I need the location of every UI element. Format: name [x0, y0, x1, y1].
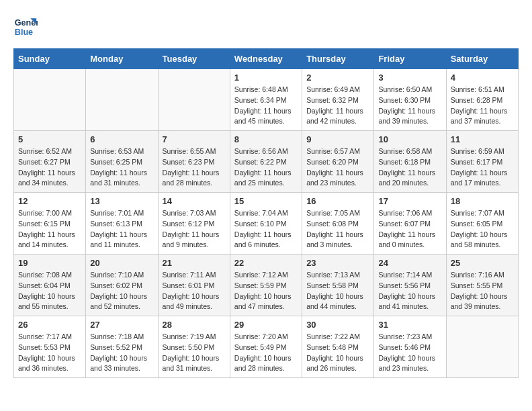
day-number: 10: [378, 134, 441, 144]
calendar-cell: 17Sunrise: 7:06 AMSunset: 6:07 PMDayligh…: [374, 193, 446, 255]
weekday-header-monday: Monday: [86, 49, 158, 69]
weekday-header-wednesday: Wednesday: [230, 49, 302, 69]
calendar-cell: 29Sunrise: 7:20 AMSunset: 5:49 PMDayligh…: [230, 316, 302, 378]
day-info-line: Daylight: 10 hours and 44 minutes.: [306, 291, 369, 313]
day-info-line: Daylight: 10 hours and 55 minutes.: [18, 291, 81, 313]
day-info-line: Sunset: 6:07 PM: [378, 219, 441, 230]
day-number: 30: [306, 320, 369, 330]
calendar-cell: 3Sunrise: 6:50 AMSunset: 6:30 PMDaylight…: [374, 69, 446, 131]
day-info-line: Sunset: 6:05 PM: [451, 219, 514, 230]
day-info-line: Sunset: 6:15 PM: [18, 219, 81, 230]
calendar-cell: [86, 69, 158, 131]
day-info-line: Sunrise: 7:05 AM: [306, 208, 369, 219]
calendar-cell: 5Sunrise: 6:52 AMSunset: 6:27 PMDaylight…: [14, 131, 86, 193]
calendar-cell: 16Sunrise: 7:05 AMSunset: 6:08 PMDayligh…: [302, 193, 374, 255]
day-info-line: Daylight: 10 hours and 23 minutes.: [378, 353, 441, 375]
day-info-line: Sunrise: 7:12 AM: [234, 270, 298, 281]
day-info-line: Sunrise: 6:48 AM: [234, 85, 298, 95]
calendar-cell: 26Sunrise: 7:17 AMSunset: 5:53 PMDayligh…: [14, 316, 86, 378]
day-info-line: Daylight: 10 hours and 33 minutes.: [90, 353, 153, 375]
day-info-line: Sunrise: 6:56 AM: [234, 146, 298, 157]
day-info-line: Daylight: 11 hours and 23 minutes.: [306, 168, 369, 189]
day-info-line: Sunset: 6:01 PM: [163, 281, 226, 291]
day-number: 26: [18, 320, 81, 330]
day-info-line: Daylight: 11 hours and 0 minutes.: [378, 230, 441, 251]
weekday-header-saturday: Saturday: [446, 49, 518, 69]
day-number: 22: [234, 258, 298, 268]
day-info-line: Sunset: 5:46 PM: [378, 342, 441, 353]
calendar-cell: 15Sunrise: 7:04 AMSunset: 6:10 PMDayligh…: [230, 193, 302, 255]
day-number: 28: [163, 320, 226, 330]
day-number: 19: [18, 258, 81, 268]
day-number: 1: [234, 73, 298, 83]
day-info-line: Sunrise: 7:06 AM: [378, 208, 441, 219]
day-number: 13: [90, 196, 153, 206]
day-info-line: Sunrise: 7:04 AM: [234, 208, 298, 219]
day-info-line: Sunrise: 7:08 AM: [18, 270, 81, 281]
calendar-cell: 22Sunrise: 7:12 AMSunset: 5:59 PMDayligh…: [230, 255, 302, 316]
calendar-cell: 13Sunrise: 7:01 AMSunset: 6:13 PMDayligh…: [86, 193, 158, 255]
calendar-cell: 27Sunrise: 7:18 AMSunset: 5:52 PMDayligh…: [86, 316, 158, 378]
day-info-line: Sunset: 6:27 PM: [18, 157, 81, 168]
day-info-line: Daylight: 11 hours and 3 minutes.: [306, 230, 369, 251]
day-info-line: Sunset: 6:34 PM: [234, 95, 298, 106]
day-info-line: Daylight: 11 hours and 17 minutes.: [451, 168, 514, 189]
weekday-header-friday: Friday: [374, 49, 446, 69]
day-info-line: Sunrise: 7:03 AM: [163, 208, 226, 219]
day-number: 6: [90, 134, 153, 144]
calendar-week-row: 12Sunrise: 7:00 AMSunset: 6:15 PMDayligh…: [14, 193, 519, 255]
day-number: 8: [234, 134, 298, 144]
day-number: 25: [451, 258, 514, 268]
calendar-week-row: 26Sunrise: 7:17 AMSunset: 5:53 PMDayligh…: [14, 316, 519, 378]
day-number: 7: [163, 134, 226, 144]
day-info-line: Sunrise: 7:16 AM: [451, 270, 514, 281]
day-info-line: Sunset: 5:49 PM: [234, 342, 298, 353]
logo-icon: General Blue: [13, 13, 38, 38]
calendar-cell: [14, 69, 86, 131]
weekday-header-sunday: Sunday: [14, 49, 86, 69]
calendar-cell: 6Sunrise: 6:53 AMSunset: 6:25 PMDaylight…: [86, 131, 158, 193]
day-info-line: Daylight: 10 hours and 52 minutes.: [90, 291, 153, 313]
day-info-line: Sunset: 6:20 PM: [306, 157, 369, 168]
day-info-line: Sunset: 5:50 PM: [163, 342, 226, 353]
calendar-cell: 1Sunrise: 6:48 AMSunset: 6:34 PMDaylight…: [230, 69, 302, 131]
calendar-week-row: 5Sunrise: 6:52 AMSunset: 6:27 PMDaylight…: [14, 131, 519, 193]
day-info-line: Daylight: 11 hours and 34 minutes.: [18, 168, 81, 189]
day-info-line: Sunset: 6:30 PM: [378, 95, 441, 106]
day-info-line: Sunset: 5:55 PM: [451, 281, 514, 291]
calendar-cell: 25Sunrise: 7:16 AMSunset: 5:55 PMDayligh…: [446, 255, 518, 316]
day-info-line: Daylight: 11 hours and 28 minutes.: [163, 168, 226, 189]
day-info-line: Sunset: 6:08 PM: [306, 219, 369, 230]
day-info-line: Sunrise: 6:52 AM: [18, 146, 81, 157]
day-number: 2: [306, 73, 369, 83]
day-info-line: Daylight: 10 hours and 36 minutes.: [18, 353, 81, 375]
day-info-line: Sunset: 6:18 PM: [378, 157, 441, 168]
day-info-line: Sunset: 5:48 PM: [306, 342, 369, 353]
day-number: 11: [451, 134, 514, 144]
day-info-line: Sunset: 5:59 PM: [234, 281, 298, 291]
day-info-line: Sunset: 5:52 PM: [90, 342, 153, 353]
day-info-line: Sunset: 6:25 PM: [90, 157, 153, 168]
calendar-week-row: 1Sunrise: 6:48 AMSunset: 6:34 PMDaylight…: [14, 69, 519, 131]
day-info-line: Daylight: 11 hours and 39 minutes.: [378, 106, 441, 128]
calendar-cell: 10Sunrise: 6:58 AMSunset: 6:18 PMDayligh…: [374, 131, 446, 193]
day-number: 15: [234, 196, 298, 206]
day-info-line: Daylight: 10 hours and 58 minutes.: [451, 230, 514, 251]
day-info-line: Daylight: 10 hours and 39 minutes.: [451, 291, 514, 313]
day-info-line: Sunset: 5:56 PM: [378, 281, 441, 291]
day-info-line: Sunrise: 7:01 AM: [90, 208, 153, 219]
calendar-table: SundayMondayTuesdayWednesdayThursdayFrid…: [13, 48, 519, 378]
day-info-line: Sunrise: 7:18 AM: [90, 332, 153, 342]
day-info-line: Daylight: 11 hours and 11 minutes.: [90, 230, 153, 251]
calendar-cell: 9Sunrise: 6:57 AMSunset: 6:20 PMDaylight…: [302, 131, 374, 193]
calendar-cell: 20Sunrise: 7:10 AMSunset: 6:02 PMDayligh…: [86, 255, 158, 316]
calendar-cell: 2Sunrise: 6:49 AMSunset: 6:32 PMDaylight…: [302, 69, 374, 131]
day-info-line: Daylight: 11 hours and 20 minutes.: [378, 168, 441, 189]
day-info-line: Sunset: 6:12 PM: [163, 219, 226, 230]
day-info-line: Sunrise: 7:17 AM: [18, 332, 81, 342]
day-number: 4: [451, 73, 514, 83]
day-info-line: Sunrise: 7:20 AM: [234, 332, 298, 342]
day-info-line: Sunset: 6:04 PM: [18, 281, 81, 291]
day-info-line: Sunrise: 6:50 AM: [378, 85, 441, 95]
calendar-week-row: 19Sunrise: 7:08 AMSunset: 6:04 PMDayligh…: [14, 255, 519, 316]
